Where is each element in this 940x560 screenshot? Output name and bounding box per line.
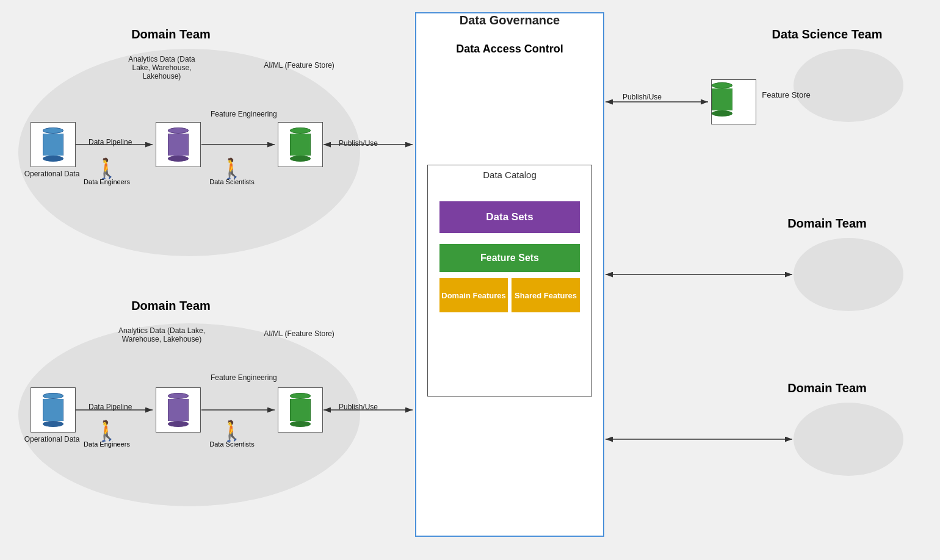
publish-use-right-label: Publish/Use: [623, 93, 662, 101]
aiml-label-top: AI/ML (Feature Store): [262, 61, 336, 70]
data-pipeline-label-top: Data Pipeline: [89, 138, 132, 146]
operational-data-box-bottom: [31, 387, 76, 433]
domain-team-right2-circle: [794, 403, 903, 476]
diagram-container: Domain Team Domain Team Data Governance …: [0, 0, 940, 560]
operational-data-cylinder-bottom: [43, 393, 63, 427]
data-science-team-circle: [794, 49, 903, 122]
catalog-title: Data Catalog: [427, 170, 592, 180]
data-scientists-icon-bottom: 🚶: [220, 421, 244, 440]
aiml-cylinder-bottom: [290, 393, 311, 427]
operational-data-cylinder-top: [43, 127, 63, 162]
feature-store-box-right: [711, 79, 756, 124]
data-engineers-label-top: Data Engineers: [84, 178, 130, 185]
shared-features-box: Shared Features: [512, 278, 580, 312]
publish-use-top-label: Publish/Use: [339, 139, 378, 148]
data-pipeline-label-bottom: Data Pipeline: [89, 403, 132, 411]
data-scientists-icon-top: 🚶: [220, 159, 244, 178]
aiml-label-bottom: AI/ML (Feature Store): [262, 329, 336, 338]
data-engineers-bottom: 🚶 Data Engineers: [82, 421, 131, 448]
analytics-data-cylinder-top: [168, 127, 189, 162]
data-scientists-top: 🚶 Data Scientists: [208, 159, 256, 185]
aiml-box-bottom: [278, 387, 323, 433]
publish-use-bottom-label: Publish/Use: [339, 403, 378, 411]
feature-store-label-right: Feature Store: [762, 90, 811, 99]
feature-engineering-label-bottom: Feature Engineering: [211, 373, 277, 382]
domain-team-right1-circle: [794, 238, 903, 311]
analytics-data-box-top: [156, 122, 201, 167]
datasets-bar: Data Sets: [439, 201, 580, 233]
operational-data-box-top: [31, 122, 76, 167]
operational-data-label-bottom: Operational Data: [21, 435, 82, 443]
feature-engineering-label-top: Feature Engineering: [211, 110, 277, 118]
analytics-data-label-top: Analytics Data (Data Lake, Warehouse, La…: [119, 55, 204, 81]
aiml-cylinder-top: [290, 127, 311, 162]
governance-title: Data Governance: [415, 13, 604, 27]
domain-team-top-title: Domain Team: [49, 27, 293, 41]
domain-team-right2-title: Domain Team: [745, 381, 909, 395]
data-engineers-label-bottom: Data Engineers: [84, 440, 130, 448]
operational-data-label-top: Operational Data: [21, 170, 82, 178]
data-engineers-top: 🚶 Data Engineers: [82, 159, 131, 185]
data-science-team-title: Data Science Team: [745, 27, 909, 41]
data-engineers-icon-top: 🚶: [95, 159, 119, 178]
data-engineers-icon-bottom: 🚶: [95, 421, 119, 440]
domain-team-bottom-title: Domain Team: [49, 299, 293, 313]
analytics-data-box-bottom: [156, 387, 201, 433]
aiml-box-top: [278, 122, 323, 167]
analytics-data-cylinder-bottom: [168, 393, 189, 427]
domain-features-box: Domain Features: [439, 278, 508, 312]
data-scientists-label-bottom: Data Scientists: [209, 440, 254, 448]
data-access-control-title: Data Access Control: [415, 43, 604, 56]
domain-team-right1-title: Domain Team: [745, 217, 909, 231]
analytics-data-label-bottom: Analytics Data (Data Lake, Warehouse, La…: [116, 326, 208, 343]
data-scientists-label-top: Data Scientists: [209, 178, 254, 185]
featuresets-bar: Feature Sets: [439, 244, 580, 272]
feature-store-cylinder-right: [712, 82, 732, 117]
data-scientists-bottom: 🚶 Data Scientists: [208, 421, 256, 448]
